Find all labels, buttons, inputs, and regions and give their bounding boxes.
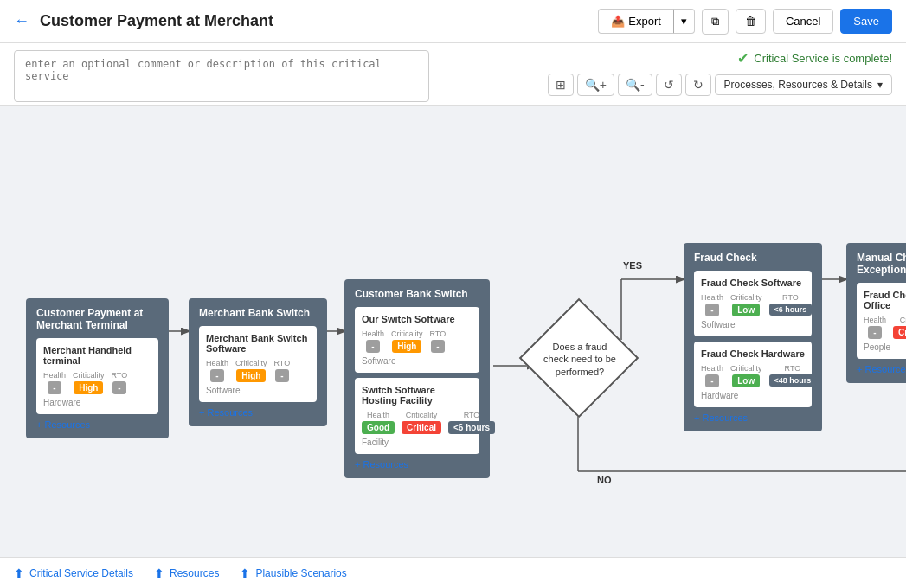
node5-title: Manual Che… Exceptions R… xyxy=(857,252,906,276)
diagram-canvas: YES NO Customer Payment at Merchant Term… xyxy=(0,106,906,557)
complete-check-icon: ✔ xyxy=(737,50,749,67)
back-button[interactable]: ← xyxy=(14,12,29,30)
undo-button[interactable]: ↺ xyxy=(656,74,682,96)
node3-r1-crit-badge: High xyxy=(392,340,421,353)
node3-add-resources[interactable]: + Resources xyxy=(355,459,479,470)
node2-health-badge: - xyxy=(210,369,223,382)
node4-resource-2: Fraud Check Hardware Health - Criticalit… xyxy=(694,342,812,407)
redo-button[interactable]: ↻ xyxy=(685,74,711,96)
node1-add-resources[interactable]: + Resources xyxy=(36,419,158,430)
node-fraud-check: Fraud Check Fraud Check Software Health … xyxy=(684,243,822,431)
canvas-wrapper: YES NO Customer Payment at Merchant Term… xyxy=(0,106,906,557)
node1-metrics: Health - Criticality High RTO - xyxy=(43,371,151,394)
node5-resource-1: Fraud Check To… Office Health - Cri… Cri… xyxy=(857,283,906,359)
node1-criticality: Criticality High xyxy=(73,371,105,394)
nav-critical-service-details[interactable]: ⬆ Critical Service Details xyxy=(14,566,133,580)
node-merchant-bank-switch: Merchant Bank Switch Merchant Bank Switc… xyxy=(189,298,327,426)
node4-r1-rto-badge: <6 hours xyxy=(769,304,813,316)
node1-health-badge: - xyxy=(48,381,61,394)
header-actions: 📤 Export ▾ ⧉ 🗑 Cancel Save xyxy=(598,9,892,35)
node-manual-check: Manual Che… Exceptions R… Fraud Check To… xyxy=(846,243,906,383)
nav-icon-critical: ⬆ xyxy=(14,566,24,580)
decision-diamond-container: Does a fraud check need to be performed? xyxy=(535,314,625,404)
node1-resource-1: Merchant Handheld terminal Health - Crit… xyxy=(36,338,158,414)
node5-add-resources[interactable]: + Resources xyxy=(857,364,906,374)
decision-label: Does a fraud check need to be performed? xyxy=(541,341,619,378)
status-row: ✔ Critical Service is complete! xyxy=(737,50,892,67)
node4-r1-crit-badge: Low xyxy=(732,304,760,316)
copy-button[interactable]: ⧉ xyxy=(702,9,729,35)
zoom-out-button[interactable]: 🔍- xyxy=(618,74,652,96)
node3-resource-1: Our Switch Software Health - Criticality… xyxy=(355,307,479,373)
node1-rto-badge: - xyxy=(112,381,125,394)
node2-add-resources[interactable]: + Resources xyxy=(199,407,317,418)
node3-r2-health-badge: Good xyxy=(362,421,395,434)
node1-rto: RTO - xyxy=(112,371,128,394)
nav-icon-scenarios: ⬆ xyxy=(240,566,250,580)
node3-r1-rto-badge: - xyxy=(431,340,444,353)
node2-criticality-badge: High xyxy=(236,369,266,382)
save-button[interactable]: Save xyxy=(840,9,892,34)
yes-label: YES xyxy=(623,260,642,271)
fit-button[interactable]: ⊞ xyxy=(548,74,574,96)
node3-r2-crit-badge: Critical xyxy=(402,421,441,434)
nav-resources[interactable]: ⬆ Resources xyxy=(154,566,219,580)
copy-icon: ⧉ xyxy=(711,15,719,29)
node4-r2-rto-badge: <48 hours xyxy=(769,374,817,387)
node4-title: Fraud Check xyxy=(694,252,812,264)
header: ← Customer Payment at Merchant 📤 Export … xyxy=(0,0,906,43)
node2-metrics: Health - Criticality High RTO - xyxy=(206,359,310,382)
node3-title: Customer Bank Switch xyxy=(355,288,479,300)
node5-r1-health-badge: - xyxy=(868,326,881,339)
page-title: Customer Payment at Merchant xyxy=(40,12,588,30)
node4-resource-1: Fraud Check Software Health - Criticalit… xyxy=(694,271,812,336)
node5-r1-crit-badge: Cri… xyxy=(893,326,906,339)
node3-resource-2: Switch Software Hosting Facility Health … xyxy=(355,378,479,454)
node1-title: Customer Payment at Merchant Terminal xyxy=(36,307,158,331)
bottom-nav: ⬆ Critical Service Details ⬆ Resources ⬆… xyxy=(0,557,906,588)
no-label: NO xyxy=(597,475,612,485)
export-dropdown-button[interactable]: ▾ xyxy=(673,9,695,34)
status-text: Critical Service is complete! xyxy=(754,52,892,65)
node-customer-payment: Customer Payment at Merchant Terminal Me… xyxy=(26,298,169,438)
right-toolbar: ✔ Critical Service is complete! ⊞ 🔍+ 🔍- … xyxy=(548,50,892,96)
node4-r2-crit-badge: Low xyxy=(732,374,760,387)
zoom-in-button[interactable]: 🔍+ xyxy=(577,74,614,96)
export-icon: 📤 xyxy=(611,15,625,28)
node4-r2-health-badge: - xyxy=(705,374,718,387)
comment-input[interactable] xyxy=(14,50,429,102)
diagram-tools: ⊞ 🔍+ 🔍- ↺ ↻ Processes, Resources & Detai… xyxy=(548,74,892,96)
nav-plausible-scenarios[interactable]: ⬆ Plausible Scenarios xyxy=(240,566,346,580)
toolbar-area: ✔ Critical Service is complete! ⊞ 🔍+ 🔍- … xyxy=(0,43,906,106)
view-selector[interactable]: Processes, Resources & Details ▾ xyxy=(715,74,892,95)
node-customer-bank-switch: Customer Bank Switch Our Switch Software… xyxy=(344,279,490,478)
node2-rto-badge: - xyxy=(275,369,288,382)
node4-r1-health-badge: - xyxy=(705,304,718,316)
cancel-button[interactable]: Cancel xyxy=(773,9,833,34)
node3-r2-rto-badge: <6 hours xyxy=(448,421,495,434)
node3-r1-health-badge: - xyxy=(366,340,379,353)
node1-health: Health - xyxy=(43,371,66,394)
node1-criticality-badge: High xyxy=(74,381,103,394)
nav-icon-resources: ⬆ xyxy=(154,566,164,580)
export-button-group: 📤 Export ▾ xyxy=(598,9,695,34)
node2-title: Merchant Bank Switch xyxy=(199,307,317,319)
export-button[interactable]: 📤 Export xyxy=(598,9,673,34)
node2-resource-1: Merchant Bank Switch Software Health - C… xyxy=(199,326,317,402)
delete-icon: 🗑 xyxy=(745,15,756,28)
delete-button[interactable]: 🗑 xyxy=(736,9,766,34)
node4-add-resources[interactable]: + Resources xyxy=(694,412,812,423)
